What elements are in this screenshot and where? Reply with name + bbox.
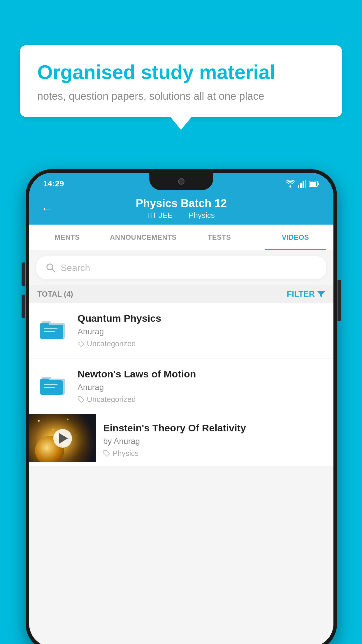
svg-marker-10 xyxy=(317,291,325,298)
back-button[interactable]: ← xyxy=(41,202,53,216)
video-info-3: Einstein's Theory Of Relativity by Anura… xyxy=(96,414,333,466)
search-placeholder: Search xyxy=(61,262,90,273)
wifi-icon xyxy=(286,180,295,188)
svg-line-9 xyxy=(52,269,55,272)
folder-thumb-2 xyxy=(37,368,69,400)
list-item[interactable]: Newton's Laws of Motion Anurag Uncategor… xyxy=(29,358,333,414)
tag-icon xyxy=(78,396,85,403)
power-button xyxy=(338,280,341,321)
svg-rect-3 xyxy=(303,181,304,188)
tabs-bar: MENTS ANNOUNCEMENTS TESTS VIDEOS xyxy=(29,225,333,250)
tab-tests[interactable]: TESTS xyxy=(181,225,257,250)
bubble-title: Organised study material xyxy=(37,60,325,84)
video-info-1: Quantum Physics Anurag Uncategorized xyxy=(78,313,325,348)
phone-notch xyxy=(149,173,213,190)
video-info-2: Newton's Laws of Motion Anurag Uncategor… xyxy=(78,368,325,404)
filter-row: TOTAL (4) FILTER xyxy=(29,285,333,303)
list-item[interactable]: Einstein's Theory Of Relativity by Anura… xyxy=(29,414,333,466)
content-area: Search TOTAL (4) FILTER xyxy=(29,250,333,644)
svg-point-17 xyxy=(79,342,80,343)
signal-icon xyxy=(298,180,306,188)
video-author: by Anurag xyxy=(103,437,326,446)
svg-rect-21 xyxy=(40,379,49,383)
header-subtitle: IIT JEE Physics xyxy=(144,211,218,220)
filter-label: FILTER xyxy=(287,289,315,299)
tag-label: Physics xyxy=(113,449,139,458)
svg-rect-2 xyxy=(300,183,302,188)
video-list: Quantum Physics Anurag Uncategorized xyxy=(29,303,333,466)
video-author: Anurag xyxy=(78,327,325,336)
search-bar[interactable]: Search xyxy=(36,256,326,279)
video-title: Einstein's Theory Of Relativity xyxy=(103,422,326,434)
camera-icon xyxy=(178,178,184,185)
header-subtitle-physics: Physics xyxy=(189,211,215,220)
filter-icon xyxy=(317,290,325,298)
svg-point-0 xyxy=(289,186,291,188)
search-icon xyxy=(45,262,56,273)
video-title: Quantum Physics xyxy=(78,313,325,324)
video-author: Anurag xyxy=(78,383,325,392)
svg-rect-6 xyxy=(318,183,319,185)
tab-announcements[interactable]: ANNOUNCEMENTS xyxy=(105,225,181,250)
video-tag: Uncategorized xyxy=(78,339,325,348)
battery-icon xyxy=(309,180,319,187)
header-subtitle-iitjee: IIT JEE xyxy=(148,211,173,220)
play-triangle-icon xyxy=(59,433,68,444)
svg-rect-14 xyxy=(40,323,49,327)
tag-icon xyxy=(78,340,85,347)
tab-videos[interactable]: VIDEOS xyxy=(257,225,333,250)
status-time: 14:29 xyxy=(43,177,64,188)
video-title: Newton's Laws of Motion xyxy=(78,368,325,380)
status-icons xyxy=(286,177,319,188)
volume-up-button xyxy=(22,262,25,286)
folder-icon xyxy=(40,371,66,398)
total-count: TOTAL (4) xyxy=(37,290,73,299)
phone-screen: 14:29 xyxy=(29,173,333,644)
filter-button[interactable]: FILTER xyxy=(287,289,325,299)
app-header: ← Physics Batch 12 IIT JEE Physics xyxy=(29,192,333,225)
tag-label: Uncategorized xyxy=(87,395,136,404)
video-tag: Physics xyxy=(103,449,326,458)
svg-rect-1 xyxy=(298,185,299,188)
tag-icon xyxy=(103,450,110,457)
svg-rect-4 xyxy=(305,180,306,188)
svg-point-25 xyxy=(105,452,106,452)
tag-label: Uncategorized xyxy=(87,339,136,348)
folder-thumb-1 xyxy=(37,313,69,345)
speech-bubble: Organised study material notes, question… xyxy=(20,45,342,117)
header-title: Physics Batch 12 xyxy=(136,197,227,210)
volume-down-button xyxy=(22,295,25,318)
phone-frame: 14:29 xyxy=(26,169,337,644)
svg-rect-7 xyxy=(310,182,316,186)
video-tag: Uncategorized xyxy=(78,395,325,404)
video-thumbnail-3 xyxy=(29,414,96,462)
play-button[interactable] xyxy=(53,429,72,448)
folder-icon xyxy=(40,316,66,342)
list-item[interactable]: Quantum Physics Anurag Uncategorized xyxy=(29,303,333,358)
bubble-subtitle: notes, question papers, solutions all at… xyxy=(37,90,325,102)
svg-point-24 xyxy=(79,398,80,398)
tab-ments[interactable]: MENTS xyxy=(29,225,105,250)
